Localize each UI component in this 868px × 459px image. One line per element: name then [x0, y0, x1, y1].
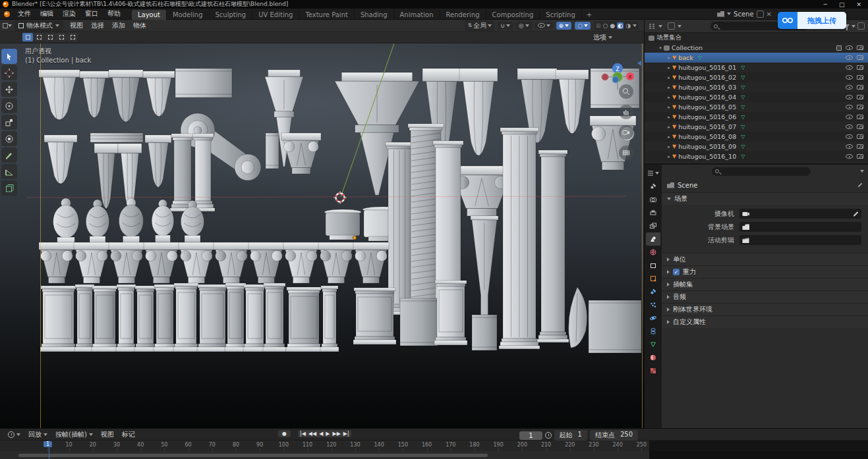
disclosure-icon[interactable]: ▸ [666, 105, 672, 110]
select-box-tool[interactable] [1, 49, 17, 64]
workspace-tab-Sculpting[interactable]: Sculpting [210, 10, 253, 20]
disclosure-icon[interactable]: ▸ [666, 75, 672, 80]
eye-icon[interactable] [846, 115, 853, 119]
panel-header[interactable]: 单位 [662, 254, 868, 265]
scale-tool[interactable] [1, 115, 17, 130]
timeline-menu-按帧(插帧)[interactable]: 按帧(插帧) [51, 430, 97, 439]
select-intersect-button[interactable] [67, 33, 78, 41]
outliner-row-huitugou_5016_07[interactable]: ▸▼huitugou_5016_07▽ [645, 122, 868, 132]
add-cube-tool[interactable] [1, 180, 17, 196]
close-button[interactable]: ✕ [856, 1, 861, 8]
camera-icon[interactable] [857, 105, 863, 109]
show-gizmos-toggle[interactable]: ⊕ [556, 22, 572, 30]
viewport-menu-添加[interactable]: 添加 [108, 21, 129, 30]
properties-tab-physics[interactable] [646, 311, 660, 325]
outliner-row-huitugou_5016_01[interactable]: ▸▼huitugou_5016_01▽ [645, 63, 868, 72]
timeline-ruler[interactable]: 1 11020304050607080901001101201301401501… [0, 441, 868, 451]
menu-窗口[interactable]: 窗口 [80, 9, 103, 18]
jump-to-start-button[interactable]: |◀ [300, 431, 306, 437]
eye-icon[interactable] [846, 154, 853, 159]
properties-tab-data[interactable] [646, 338, 660, 351]
eye-icon[interactable] [846, 105, 853, 109]
workspace-tab-Modeling[interactable]: Modeling [167, 10, 210, 20]
zoom-icon[interactable] [619, 84, 633, 99]
camera-view-icon[interactable] [619, 125, 633, 140]
play-reverse-button[interactable]: ◀ [319, 431, 323, 437]
eye-icon[interactable] [846, 75, 853, 80]
shading-wireframe-icon[interactable]: ○ [603, 22, 608, 29]
properties-tab-world[interactable] [646, 246, 660, 259]
workspace-tab-Layout[interactable]: Layout [132, 10, 167, 20]
panel-header[interactable]: 音频 [662, 291, 868, 303]
panel-header[interactable]: 插帧集 [662, 279, 868, 290]
pin-icon[interactable] [857, 182, 862, 187]
disclosure-icon[interactable]: ▸ [666, 85, 672, 90]
editor-type-icon[interactable] [3, 23, 8, 28]
menu-文件[interactable]: 文件 [13, 9, 36, 18]
outliner-row-huitugou_5016_09[interactable]: ▸▼huitugou_5016_09▽ [645, 142, 868, 151]
outliner-row-huitugou_5016_04[interactable]: ▸▼huitugou_5016_04▽ [645, 92, 868, 102]
snap-magnet-toggle[interactable]: ∪ [498, 22, 513, 30]
viewport-canvas[interactable]: 用户透视 (1) Collection | back [0, 43, 644, 428]
shading-material-icon[interactable]: ◐ [617, 22, 623, 29]
properties-tab-selector[interactable] [646, 167, 660, 180]
unlink-scene-icon[interactable]: ✕ [767, 11, 772, 18]
camera-icon[interactable] [857, 144, 863, 149]
shading-solid-icon[interactable]: ● [610, 22, 615, 29]
maximize-button[interactable]: □ [839, 1, 845, 8]
disclosure-icon[interactable]: ▸ [666, 95, 672, 100]
sidebar-collapse-arrow[interactable] [637, 61, 641, 66]
eye-icon[interactable] [846, 134, 853, 139]
properties-tab-tool[interactable] [646, 180, 660, 193]
menu-帮助[interactable]: 帮助 [103, 9, 125, 18]
eye-icon[interactable] [846, 124, 853, 129]
properties-tab-constraint[interactable] [646, 325, 660, 338]
blender-menu-icon[interactable] [4, 11, 10, 17]
workspace-tab-Rendering[interactable]: Rendering [440, 10, 486, 20]
show-visibility-dropdown[interactable] [535, 22, 553, 28]
disclosure-icon[interactable]: ▸ [666, 154, 672, 159]
xray-toggle-icon[interactable]: ⊞ [596, 22, 601, 29]
properties-tab-output[interactable] [646, 206, 660, 219]
viewport-menu-物体[interactable]: 物体 [129, 21, 150, 30]
workspace-tab-UV Editing[interactable]: UV Editing [252, 10, 299, 20]
camera-icon[interactable] [857, 134, 863, 139]
properties-tab-modifier[interactable] [646, 285, 660, 298]
exclude-checkbox-icon[interactable] [836, 45, 842, 51]
outliner-search-input[interactable] [720, 22, 786, 30]
timeline-menu-视图[interactable]: 视图 [97, 430, 118, 439]
properties-tab-collection[interactable] [646, 259, 660, 272]
jump-to-end-button[interactable]: ▶| [343, 431, 349, 437]
select-set-button[interactable] [22, 33, 33, 41]
properties-tab-scene[interactable] [646, 232, 660, 246]
new-collection-icon[interactable] [857, 22, 865, 30]
outliner-row-huitugou_5016_02[interactable]: ▸▼huitugou_5016_02▽ [645, 72, 868, 82]
viewport-menu-视图[interactable]: 视图 [66, 21, 87, 30]
timeline-track[interactable] [0, 451, 868, 459]
select-invert-button[interactable] [56, 33, 67, 41]
new-scene-icon[interactable] [757, 11, 764, 18]
measure-tool[interactable] [1, 164, 17, 179]
camera-icon[interactable] [857, 75, 863, 80]
disclosure-icon[interactable]: ▸ [666, 55, 672, 61]
workspace-tab-Compositing[interactable]: Compositing [486, 10, 540, 20]
move-tool[interactable] [1, 82, 17, 97]
transform-tool[interactable] [1, 131, 17, 146]
properties-tab-material[interactable] [646, 351, 660, 364]
disclosure-icon[interactable]: ▸ [666, 115, 672, 120]
properties-tab-render[interactable] [646, 193, 660, 206]
select-extend-button[interactable] [34, 33, 44, 41]
properties-tab-object[interactable] [646, 272, 660, 285]
properties-search-input[interactable] [721, 167, 787, 175]
cursor-tool[interactable] [1, 65, 17, 80]
workspace-tab-Scripting[interactable]: Scripting [540, 10, 581, 20]
camera-icon[interactable] [857, 55, 863, 60]
outliner-row-huitugou_5016_08[interactable]: ▸▼huitugou_5016_08▽ [645, 132, 868, 142]
properties-tab-viewlayer[interactable] [646, 219, 660, 232]
outliner-row-huitugou_5016_03[interactable]: ▸▼huitugou_5016_03▽ [645, 82, 868, 92]
proportional-editing-toggle[interactable]: ◎ [516, 22, 532, 30]
camera-icon[interactable] [857, 95, 863, 99]
disclosure-icon[interactable]: ▸ [666, 65, 672, 70]
panel-header[interactable]: 场景 [662, 193, 868, 205]
mode-dropdown[interactable]: 物体模式 [14, 20, 63, 31]
